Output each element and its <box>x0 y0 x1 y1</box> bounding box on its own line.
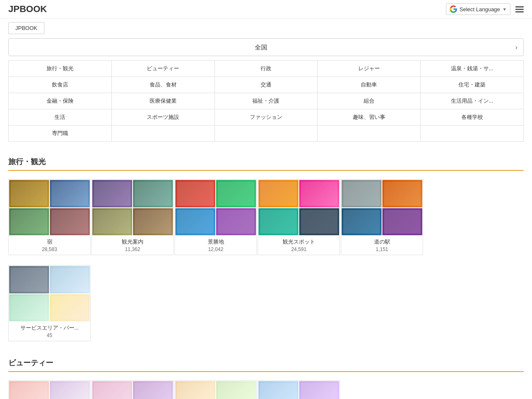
header-right: Select Language ▼ <box>446 3 524 15</box>
card-kankoannai-img-2 <box>133 180 173 208</box>
card-b4-img-1 <box>258 381 299 399</box>
card-kankoannai-image <box>92 180 173 236</box>
language-arrow: ▼ <box>502 7 507 12</box>
section-beauty-title: ビューティー <box>8 358 524 368</box>
card-service-area-info: サービスエリア・パー... 45 <box>9 322 90 341</box>
cat-housing[interactable]: 住宅・建築 <box>421 77 523 93</box>
card-kankospots[interactable]: 観光スポット 24,591 <box>258 179 340 255</box>
cat-travel[interactable]: 旅行・観光 <box>9 61 112 76</box>
card-michinoeki-img-2 <box>382 180 423 208</box>
card-service-area-count: 45 <box>12 332 87 338</box>
card-b1-img-2 <box>49 381 90 399</box>
card-yado-img-2 <box>49 180 90 208</box>
cat-specialist[interactable]: 専門職 <box>9 126 112 141</box>
cat-life[interactable]: 生活 <box>9 109 112 125</box>
language-selector[interactable]: Select Language ▼ <box>446 3 511 15</box>
travel-card-grid: 宿 28,583 観光案内 11,362 <box>8 179 524 260</box>
cat-medical[interactable]: 医療保健業 <box>112 93 215 109</box>
card-kankospots-img-1 <box>258 180 299 208</box>
card-beauty-1-image <box>9 381 90 399</box>
card-kankospots-count: 24,591 <box>261 246 336 252</box>
card-b3-img-2 <box>216 381 256 399</box>
list-line-1 <box>515 6 524 7</box>
card-kankoannai-img-3 <box>92 208 133 236</box>
card-michinoeki-img-3 <box>341 208 382 236</box>
card-keisyochi-img-4 <box>216 208 256 236</box>
card-kankoannai-img-1 <box>92 180 133 208</box>
list-line-3 <box>515 11 524 12</box>
card-beauty-3-image <box>175 381 256 399</box>
card-keisyochi-img-2 <box>216 180 256 208</box>
card-b3-img-1 <box>175 381 216 399</box>
cat-onsen[interactable]: 温泉・銭湯・サ... <box>421 61 523 76</box>
cat-beauty[interactable]: ビューティー <box>112 61 215 76</box>
card-beauty-1[interactable]: 美容院・理容院 52,341 <box>8 380 91 399</box>
logo[interactable]: JPBOOK <box>8 4 47 15</box>
card-kankoannai-count: 11,362 <box>95 246 170 252</box>
card-yado-img-1 <box>9 180 49 208</box>
card-michinoeki[interactable]: 道の駅 1,151 <box>341 179 423 255</box>
region-selector-wrap: 全国 北海道 東北 関東 中部 近畿 中国 四国 九州 沖縄 › <box>8 38 524 56</box>
cat-union[interactable]: 組合 <box>318 93 421 109</box>
region-select-inner: 全国 北海道 東北 関東 中部 近畿 中国 四国 九州 沖縄 › <box>9 39 523 56</box>
cat-welfare[interactable]: 福祉・介護 <box>215 93 318 109</box>
card-michinoeki-count: 1,151 <box>345 246 419 252</box>
cat-fashion[interactable]: ファッション <box>215 109 318 125</box>
card-keisyochi-img-1 <box>175 180 216 208</box>
card-beauty-4-image <box>258 381 340 399</box>
card-keisyochi-info: 景勝地 12,042 <box>175 236 256 255</box>
cat-school[interactable]: 各種学校 <box>421 109 523 125</box>
card-kankospots-name: 観光スポット <box>261 238 336 246</box>
travel-card-grid-2: サービスエリア・パー... 45 <box>8 265 524 346</box>
list-view-icon[interactable] <box>515 6 524 12</box>
cat-restaurant[interactable]: 飲食店 <box>9 77 112 93</box>
cat-daily[interactable]: 生活用品・イン... <box>421 93 523 109</box>
tab-jpbook[interactable]: JPBOOK <box>8 22 44 34</box>
card-michinoeki-img-1 <box>341 180 382 208</box>
cat-transport[interactable]: 交通 <box>215 77 318 93</box>
cat-car[interactable]: 自動車 <box>318 77 421 93</box>
language-label: Select Language <box>460 6 500 12</box>
card-beauty-4[interactable]: マッサージ 12,100 <box>258 380 340 399</box>
card-sa-img-2 <box>49 266 90 294</box>
section-travel-divider <box>8 170 524 171</box>
cat-leisure[interactable]: レジャー <box>318 61 421 76</box>
card-kankospots-img-3 <box>258 208 299 236</box>
section-beauty-header: ビューティー <box>8 351 524 375</box>
cat-admin[interactable]: 行政 <box>215 61 318 76</box>
cat-food[interactable]: 食品、食材 <box>112 77 215 93</box>
card-keisyochi-image <box>175 180 256 236</box>
card-yado[interactable]: 宿 28,583 <box>8 179 91 255</box>
card-beauty-3[interactable]: ネイルサロン 5,432 <box>175 380 257 399</box>
cat-empty-2 <box>215 126 318 141</box>
card-sa-img-4 <box>49 294 90 322</box>
card-kankoannai[interactable]: 観光案内 11,362 <box>91 179 174 255</box>
card-kankoannai-info: 観光案内 11,362 <box>92 236 173 255</box>
category-row-1: 旅行・観光 ビューティー 行政 レジャー 温泉・銭湯・サ... <box>9 61 523 77</box>
card-beauty-2-image <box>92 381 173 399</box>
google-icon <box>450 5 457 13</box>
card-yado-info: 宿 28,583 <box>9 236 90 255</box>
cat-hobby[interactable]: 趣味、習い事 <box>318 109 421 125</box>
cat-empty-3 <box>318 126 421 141</box>
category-row-3: 金融・保険 医療保健業 福祉・介護 組合 生活用品・イン... <box>9 93 523 109</box>
card-b2-img-2 <box>133 381 173 399</box>
card-kankospots-image <box>258 180 340 236</box>
section-travel-header: 旅行・観光 <box>8 150 524 174</box>
card-service-area-name: サービスエリア・パー... <box>12 324 87 332</box>
card-kankospots-img-4 <box>299 208 340 236</box>
card-keisyochi-count: 12,042 <box>178 246 253 252</box>
cat-empty-4 <box>421 126 523 141</box>
region-select[interactable]: 全国 北海道 東北 関東 中部 近畿 中国 四国 九州 沖縄 <box>9 39 523 56</box>
category-grid: 旅行・観光 ビューティー 行政 レジャー 温泉・銭湯・サ... 飲食店 食品、食… <box>8 60 524 142</box>
cat-sports[interactable]: スポーツ施設 <box>112 109 215 125</box>
card-keisyochi[interactable]: 景勝地 12,042 <box>175 179 257 255</box>
card-sa-img-1 <box>9 266 49 294</box>
cat-finance[interactable]: 金融・保険 <box>9 93 112 109</box>
card-yado-count: 28,583 <box>12 246 87 252</box>
card-beauty-2[interactable]: エステ 8,211 <box>91 380 174 399</box>
card-b1-img-1 <box>9 381 49 399</box>
card-kankoannai-img-4 <box>133 208 173 236</box>
card-b2-img-1 <box>92 381 133 399</box>
card-service-area[interactable]: サービスエリア・パー... 45 <box>8 265 91 341</box>
